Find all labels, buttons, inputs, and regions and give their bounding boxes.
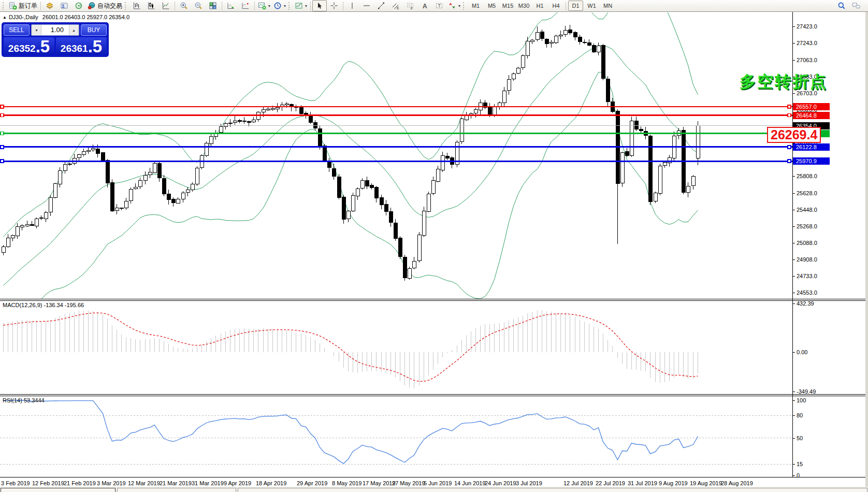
timeframe-MN[interactable]: MN	[600, 1, 615, 11]
toolbar-grip[interactable]	[288, 2, 291, 10]
panel-separator[interactable]	[0, 299, 868, 299]
chart-title: ▲DJ30-,Daily26001.0 26403.0 25927.0 2635…	[3, 14, 129, 20]
timeframe-M15[interactable]: M15	[500, 1, 515, 11]
price-axis-tick-label: 27063.0	[797, 57, 817, 63]
profile-icon	[60, 2, 68, 10]
cursor-button[interactable]	[312, 0, 327, 11]
price-axis-tick	[792, 243, 795, 243]
toolbar-separator	[175, 2, 175, 10]
svg-text:F: F	[411, 7, 413, 10]
bar-chart-button[interactable]	[129, 0, 144, 11]
bottom-tab[interactable]	[238, 488, 867, 492]
symbols-button[interactable]	[42, 0, 57, 11]
panel-separator[interactable]	[0, 394, 868, 395]
toolbar-separator	[40, 2, 41, 10]
timeframe-W1[interactable]: W1	[584, 1, 599, 11]
volume-decrease-button[interactable]: ▾	[32, 25, 41, 35]
macd-label: MACD(12,26,9) -136.34 -195.66	[3, 302, 84, 308]
new-order-button[interactable]: 新订单	[7, 0, 39, 11]
volume-value[interactable]: 1.00	[41, 25, 69, 35]
expert-advisors-button[interactable]	[71, 0, 86, 11]
time-axis-label: 9 Apr 2019	[224, 480, 251, 486]
periods-button[interactable]: ▾	[272, 0, 287, 11]
rsi-axis-label: 80	[797, 412, 803, 418]
time-axis-label: 17 May 2019	[363, 480, 396, 486]
candlestick-chart-button[interactable]	[144, 0, 158, 11]
line-chart-button[interactable]	[158, 0, 173, 11]
macd-axis-tick	[792, 303, 795, 304]
text-label-button[interactable]: T	[432, 0, 446, 11]
price-axis-tick	[792, 43, 795, 44]
toolbar-separator	[343, 2, 343, 10]
svg-text:A: A	[423, 3, 427, 10]
tile-windows-icon	[209, 2, 217, 10]
main-chart[interactable]	[0, 12, 792, 299]
zoom-in-button[interactable]	[177, 0, 191, 11]
arrows-button[interactable]: ▾	[446, 0, 462, 11]
timeframe-H1[interactable]: H1	[532, 1, 547, 11]
bottom-tab[interactable]	[117, 488, 236, 492]
price-axis-tick	[792, 259, 795, 260]
toolbar-grip[interactable]	[463, 2, 466, 10]
equidistant-channel-button[interactable]: E	[388, 0, 403, 11]
rsi-axis-tick	[792, 438, 795, 439]
chart-shift-icon	[241, 2, 250, 10]
profile-button[interactable]	[57, 0, 71, 11]
time-axis-line	[0, 477, 868, 477]
dropdown-caret-icon: ▾	[458, 4, 460, 8]
horizontal-line-button[interactable]	[359, 0, 374, 11]
toolbar-grip[interactable]	[125, 2, 127, 10]
toolbar-separator	[310, 2, 311, 10]
time-axis-label: 14 Jun 2019	[454, 480, 486, 486]
autotrading-button[interactable]: 自动交易	[86, 0, 124, 11]
sell-price-panel[interactable]: 26352 .5	[4, 37, 54, 55]
search-icon	[837, 2, 846, 10]
vertical-line-button[interactable]	[345, 0, 359, 11]
trendline-button[interactable]	[374, 0, 388, 11]
rsi-axis-label: 50	[797, 435, 803, 441]
time-axis-label: 29 Apr 2019	[297, 480, 327, 486]
buy-price-panel[interactable]: 26361 .5	[56, 37, 107, 55]
price-axis-tick	[792, 276, 795, 277]
bottom-tab[interactable]	[1, 488, 115, 492]
time-axis-label: 12 Mar 2019	[128, 480, 160, 486]
sell-button[interactable]: SELL	[4, 24, 30, 36]
timeframe-M5[interactable]: M5	[484, 1, 499, 11]
toolbar-grip[interactable]	[3, 2, 5, 10]
rsi-panel[interactable]	[0, 396, 792, 476]
zoom-out-button[interactable]	[191, 0, 206, 11]
chart-shift-button[interactable]	[238, 0, 253, 11]
search-button[interactable]	[834, 0, 849, 11]
time-axis-label: 8 May 2019	[332, 480, 361, 486]
templates-button[interactable]: ▾	[293, 0, 309, 11]
timeframe-M1[interactable]: M1	[468, 1, 483, 11]
templates-icon	[295, 2, 303, 10]
timeframe-M30[interactable]: M30	[516, 1, 531, 11]
volume-stepper[interactable]: ▾ 1.00 ▴	[31, 24, 79, 36]
indicators-button[interactable]: ▾	[256, 0, 272, 11]
price-axis-tick-label: 25448.0	[797, 207, 817, 213]
buy-button[interactable]: BUY	[81, 24, 107, 36]
tile-windows-button[interactable]	[206, 0, 220, 11]
one-click-trading-panel: SELL ▾ 1.00 ▴ BUY 26352 .5 26361 .5	[2, 23, 108, 56]
text-button[interactable]: A	[417, 0, 432, 11]
toolbar-separator	[222, 2, 222, 10]
time-axis-label: 3 Jul 2019	[516, 480, 542, 486]
price-axis-tick-label: 25808.0	[797, 173, 817, 179]
price-axis-tick-label: 25088.0	[797, 240, 817, 246]
chat-button[interactable]	[849, 0, 863, 11]
time-axis-label: 22 Jul 2019	[596, 480, 625, 486]
text-label-icon: T	[435, 2, 443, 10]
auto-scroll-button[interactable]	[224, 0, 238, 11]
fibonacci-button[interactable]: F	[403, 0, 417, 11]
time-axis-label: 3 Feb 2019	[1, 480, 30, 486]
timeframe-H4[interactable]: H4	[548, 1, 563, 11]
volume-increase-button[interactable]: ▴	[69, 25, 79, 35]
time-axis-label: 12 Feb 2019	[32, 480, 64, 486]
timeframe-D1[interactable]: D1	[568, 1, 583, 11]
crosshair-button[interactable]	[327, 0, 341, 11]
toolbar-separator	[566, 2, 566, 10]
dropdown-caret-icon: ▾	[284, 4, 286, 8]
macd-panel[interactable]	[0, 301, 792, 394]
trendline-icon	[377, 2, 385, 10]
